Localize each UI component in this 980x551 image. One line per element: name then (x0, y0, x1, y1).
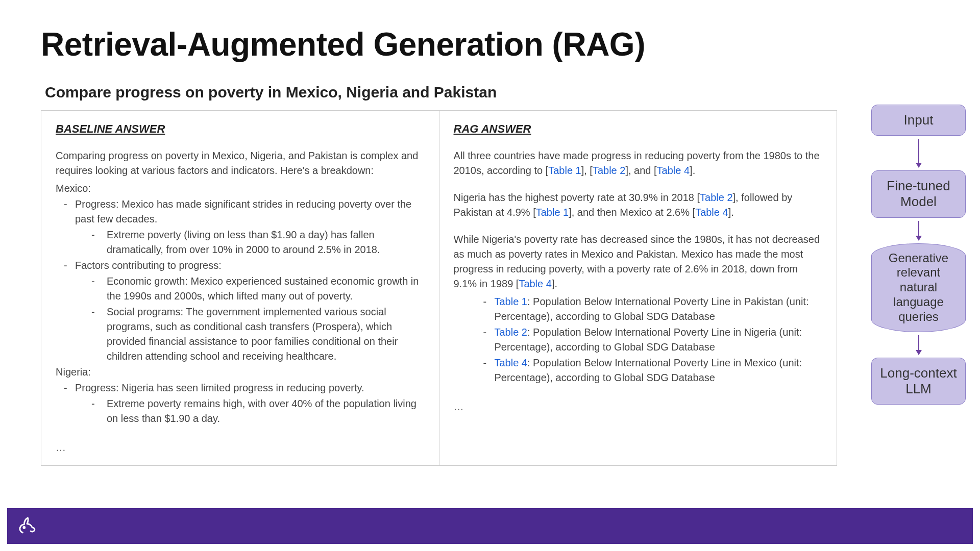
table-4-link[interactable]: Table 4 (657, 165, 690, 176)
nigeria-heading: Nigeria: (56, 365, 425, 380)
answer-columns: BASELINE ANSWER Comparing progress on po… (41, 110, 837, 466)
list-item: Economic growth: Mexico experienced sust… (107, 274, 425, 304)
arrow-down-icon (918, 221, 919, 240)
list-item: Extreme poverty remains high, with over … (107, 396, 425, 426)
list-item: Table 1: Population Below International … (495, 294, 823, 324)
flow-finetuned-box: Fine-tuned Model (871, 170, 966, 217)
table-2-link[interactable]: Table 2 (495, 327, 528, 338)
table-2-link[interactable]: Table 2 (593, 165, 626, 176)
baseline-ellipsis: … (56, 440, 425, 455)
flow-llm-box: Long-context LLM (871, 358, 966, 405)
baseline-heading: BASELINE ANSWER (56, 121, 425, 137)
rag-column: RAG ANSWER All three countries have made… (439, 111, 837, 465)
rag-heading: RAG ANSWER (454, 121, 823, 137)
rag-text: ], and [ (625, 165, 656, 176)
footer-bar (7, 508, 973, 544)
table-1-link[interactable]: Table 1 (548, 165, 581, 176)
slide: Retrieval-Augmented Generation (RAG) Com… (0, 0, 980, 551)
baseline-intro: Comparing progress on poverty in Mexico,… (56, 148, 425, 178)
mexico-heading: Mexico: (56, 181, 425, 196)
rag-text: While Nigeria's poverty rate has decreas… (454, 234, 820, 289)
mexico-list: Progress: Mexico has made significant st… (56, 197, 425, 227)
baseline-column: BASELINE ANSWER Comparing progress on po… (41, 111, 439, 465)
table-4-link[interactable]: Table 4 (495, 357, 528, 368)
list-item: Table 2: Population Below International … (495, 325, 823, 355)
rag-table-list: Table 1: Population Below International … (454, 294, 823, 385)
rag-text: ], [ (581, 165, 593, 176)
flow-queries-box: Generative relevant natural language que… (871, 243, 966, 332)
mexico-factors-sub: Economic growth: Mexico experienced sust… (56, 274, 425, 364)
page-title: Retrieval-Augmented Generation (RAG) (41, 26, 939, 63)
nigeria-sublist: Extreme poverty remains high, with over … (56, 396, 425, 426)
table-4-link[interactable]: Table 4 (519, 278, 552, 289)
list-item: Factors contributing to progress: (75, 258, 425, 273)
comparison-prompt: Compare progress on poverty in Mexico, N… (41, 84, 939, 101)
rag-text: : Population Below International Poverty… (495, 357, 802, 383)
list-item: Table 4: Population Below International … (495, 356, 823, 385)
rag-ellipsis: … (454, 399, 823, 414)
table-1-link[interactable]: Table 1 (536, 207, 569, 218)
rag-text: : Population Below International Poverty… (495, 296, 809, 322)
list-item: Extreme poverty (living on less than $1.… (107, 228, 425, 257)
rag-text: ]. (690, 165, 695, 176)
rag-text: Nigeria has the highest poverty rate at … (454, 192, 700, 203)
flow-input-box: Input (871, 105, 966, 136)
list-item: Progress: Mexico has made significant st… (75, 197, 425, 227)
list-item: Progress: Nigeria has seen limited progr… (75, 381, 425, 395)
rag-text: ], and then Mexico at 2.6% [ (569, 207, 695, 218)
rabbit-logo-icon (15, 514, 39, 538)
arrow-down-icon (918, 139, 919, 167)
table-2-link[interactable]: Table 2 (700, 192, 733, 203)
rag-text: : Population Below International Poverty… (495, 327, 802, 353)
mexico-sublist: Extreme poverty (living on less than $1.… (56, 228, 425, 257)
rag-text: ]. (552, 278, 557, 289)
pipeline-flow: Input Fine-tuned Model Generative releva… (871, 105, 966, 405)
table-1-link[interactable]: Table 1 (495, 296, 528, 307)
svg-point-0 (23, 527, 25, 528)
rag-p2: Nigeria has the highest poverty rate at … (454, 190, 823, 220)
mexico-factors: Factors contributing to progress: (56, 258, 425, 273)
rag-text: ]. (728, 207, 734, 218)
nigeria-list: Progress: Nigeria has seen limited progr… (56, 381, 425, 395)
arrow-down-icon (918, 335, 919, 355)
table-4-link[interactable]: Table 4 (695, 207, 728, 218)
list-item: Social programs: The government implemen… (107, 305, 425, 364)
rag-p1: All three countries have made progress i… (454, 148, 823, 178)
rag-p3: While Nigeria's poverty rate has decreas… (454, 232, 823, 291)
